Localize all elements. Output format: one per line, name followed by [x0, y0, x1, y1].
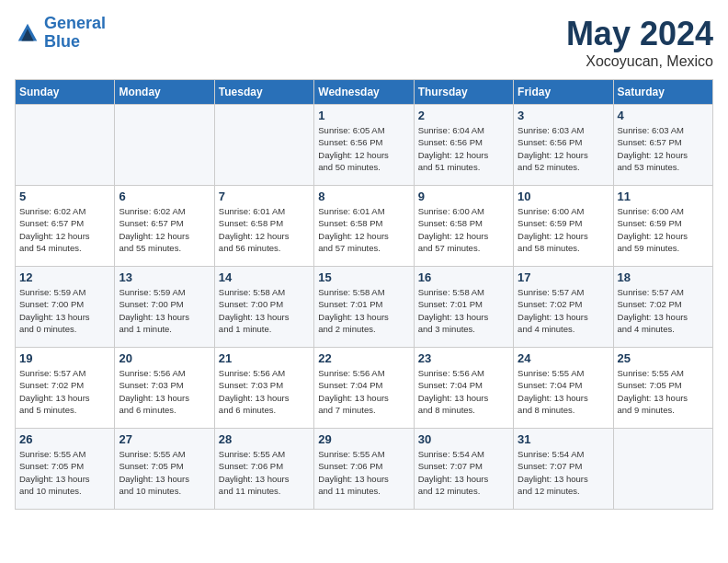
calendar-cell: 2Sunrise: 6:04 AMSunset: 6:56 PMDaylight… — [414, 105, 513, 186]
cell-info: and 50 minutes. — [318, 161, 409, 173]
cell-info: Sunset: 7:01 PM — [318, 298, 409, 310]
cell-info: Sunset: 7:02 PM — [19, 379, 110, 391]
cell-info: Sunset: 7:07 PM — [418, 460, 509, 472]
calendar-cell — [613, 429, 712, 510]
calendar-table: SundayMondayTuesdayWednesdayThursdayFrid… — [15, 79, 713, 510]
day-number: 27 — [119, 432, 210, 446]
cell-info: and 7 minutes. — [318, 404, 409, 416]
cell-info: Daylight: 12 hours — [19, 230, 110, 242]
calendar-cell: 23Sunrise: 5:56 AMSunset: 7:04 PMDayligh… — [414, 348, 513, 429]
cell-info: Sunrise: 5:54 AM — [418, 448, 509, 460]
calendar-week-row: 5Sunrise: 6:02 AMSunset: 6:57 PMDaylight… — [16, 186, 713, 267]
cell-info: Daylight: 13 hours — [19, 473, 110, 485]
cell-info: Daylight: 12 hours — [618, 149, 709, 161]
cell-info: and 11 minutes. — [318, 485, 409, 497]
cell-info: Sunset: 7:01 PM — [418, 298, 509, 310]
cell-info: Sunset: 7:02 PM — [518, 298, 609, 310]
calendar-cell: 7Sunrise: 6:01 AMSunset: 6:58 PMDaylight… — [214, 186, 313, 267]
cell-info: and 0 minutes. — [19, 323, 110, 335]
calendar-cell: 13Sunrise: 5:59 AMSunset: 7:00 PMDayligh… — [115, 267, 214, 348]
calendar-week-row: 1Sunrise: 6:05 AMSunset: 6:56 PMDaylight… — [16, 105, 713, 186]
cell-info: Sunrise: 5:55 AM — [518, 367, 609, 379]
cell-info: Sunset: 7:06 PM — [219, 460, 310, 472]
day-number: 30 — [418, 432, 509, 446]
calendar-cell: 1Sunrise: 6:05 AMSunset: 6:56 PMDaylight… — [314, 105, 414, 186]
cell-info: Daylight: 12 hours — [418, 149, 509, 161]
calendar-cell: 5Sunrise: 6:02 AMSunset: 6:57 PMDaylight… — [16, 186, 115, 267]
cell-info: Daylight: 13 hours — [119, 473, 210, 485]
cell-info: and 1 minute. — [119, 323, 210, 335]
cell-info: Sunrise: 5:55 AM — [19, 448, 110, 460]
weekday-header: Tuesday — [214, 80, 313, 105]
day-number: 5 — [19, 190, 110, 203]
calendar-cell: 29Sunrise: 5:55 AMSunset: 7:06 PMDayligh… — [314, 429, 414, 510]
cell-info: Daylight: 13 hours — [318, 392, 409, 404]
cell-info: Daylight: 12 hours — [119, 230, 210, 242]
cell-info: and 12 minutes. — [418, 485, 509, 497]
cell-info: Sunset: 7:00 PM — [219, 298, 310, 310]
cell-info: Sunrise: 5:58 AM — [219, 286, 310, 298]
cell-info: and 1 minute. — [219, 323, 310, 335]
cell-info: and 8 minutes. — [518, 404, 609, 416]
calendar-week-row: 19Sunrise: 5:57 AMSunset: 7:02 PMDayligh… — [16, 348, 713, 429]
title-block: May 2024 Xocoyucan, Mexico — [566, 15, 713, 70]
cell-info: Sunrise: 6:00 AM — [418, 205, 509, 217]
cell-info: and 51 minutes. — [418, 161, 509, 173]
cell-info: Sunset: 7:05 PM — [119, 460, 210, 472]
cell-info: and 11 minutes. — [219, 485, 310, 497]
weekday-header: Wednesday — [314, 80, 414, 105]
cell-info: Sunrise: 5:56 AM — [219, 367, 310, 379]
logo-text: General Blue — [44, 15, 106, 52]
cell-info: Daylight: 13 hours — [119, 392, 210, 404]
calendar-cell: 19Sunrise: 5:57 AMSunset: 7:02 PMDayligh… — [16, 348, 115, 429]
cell-info: Daylight: 13 hours — [19, 311, 110, 323]
calendar-cell: 30Sunrise: 5:54 AMSunset: 7:07 PMDayligh… — [414, 429, 513, 510]
day-number: 4 — [618, 109, 709, 122]
cell-info: and 6 minutes. — [119, 404, 210, 416]
day-number: 21 — [219, 351, 310, 365]
day-number: 29 — [318, 432, 409, 446]
cell-info: and 59 minutes. — [618, 242, 709, 254]
day-number: 12 — [19, 270, 110, 284]
cell-info: and 9 minutes. — [618, 404, 709, 416]
cell-info: Sunrise: 6:02 AM — [19, 205, 110, 217]
cell-info: and 10 minutes. — [119, 485, 210, 497]
cell-info: Daylight: 13 hours — [19, 392, 110, 404]
cell-info: Sunset: 6:57 PM — [119, 217, 210, 229]
cell-info: Sunrise: 5:57 AM — [618, 286, 709, 298]
cell-info: Sunrise: 5:57 AM — [518, 286, 609, 298]
day-number: 23 — [418, 351, 509, 365]
cell-info: Sunrise: 5:55 AM — [618, 367, 709, 379]
day-number: 3 — [518, 109, 609, 122]
cell-info: Sunrise: 5:55 AM — [318, 448, 409, 460]
cell-info: and 4 minutes. — [518, 323, 609, 335]
cell-info: and 54 minutes. — [19, 242, 110, 254]
cell-info: and 3 minutes. — [418, 323, 509, 335]
calendar-cell: 4Sunrise: 6:03 AMSunset: 6:57 PMDaylight… — [613, 105, 712, 186]
calendar-cell: 9Sunrise: 6:00 AMSunset: 6:58 PMDaylight… — [414, 186, 513, 267]
day-number: 22 — [318, 351, 409, 365]
cell-info: Daylight: 12 hours — [418, 230, 509, 242]
calendar-cell: 12Sunrise: 5:59 AMSunset: 7:00 PMDayligh… — [16, 267, 115, 348]
day-number: 1 — [318, 109, 409, 122]
day-number: 14 — [219, 270, 310, 284]
location: Xocoyucan, Mexico — [566, 53, 713, 70]
day-number: 19 — [19, 351, 110, 365]
day-number: 8 — [318, 190, 409, 203]
cell-info: and 57 minutes. — [318, 242, 409, 254]
cell-info: Sunset: 6:57 PM — [618, 136, 709, 148]
cell-info: Sunset: 7:07 PM — [518, 460, 609, 472]
calendar-cell: 20Sunrise: 5:56 AMSunset: 7:03 PMDayligh… — [115, 348, 214, 429]
cell-info: Daylight: 13 hours — [618, 392, 709, 404]
cell-info: Sunset: 6:59 PM — [618, 217, 709, 229]
cell-info: Daylight: 13 hours — [318, 311, 409, 323]
cell-info: Daylight: 13 hours — [219, 473, 310, 485]
cell-info: Sunset: 6:58 PM — [418, 217, 509, 229]
cell-info: Sunset: 6:57 PM — [19, 217, 110, 229]
cell-info: Sunrise: 5:55 AM — [219, 448, 310, 460]
cell-info: Sunset: 6:56 PM — [518, 136, 609, 148]
cell-info: Daylight: 13 hours — [219, 311, 310, 323]
calendar-cell: 27Sunrise: 5:55 AMSunset: 7:05 PMDayligh… — [115, 429, 214, 510]
cell-info: Daylight: 13 hours — [418, 311, 509, 323]
logo-icon — [15, 20, 40, 46]
